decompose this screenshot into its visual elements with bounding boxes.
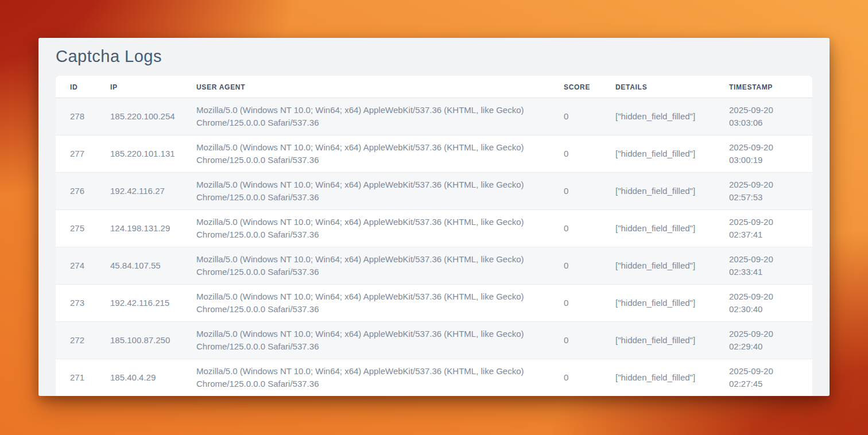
cell-id: 275 xyxy=(56,210,96,247)
table-row: 272185.100.87.250Mozilla/5.0 (Windows NT… xyxy=(56,322,812,359)
cell-user-agent: Mozilla/5.0 (Windows NT 10.0; Win64; x64… xyxy=(182,135,549,173)
cell-id: 276 xyxy=(56,173,96,210)
logs-table: ID IP USER AGENT SCORE DETAILS TIMESTAMP… xyxy=(56,76,812,396)
cell-details: ["hidden_field_filled"] xyxy=(601,210,715,247)
cell-user-agent: Mozilla/5.0 (Windows NT 10.0; Win64; x64… xyxy=(182,173,549,210)
table-row: 273192.42.116.215Mozilla/5.0 (Windows NT… xyxy=(56,285,812,322)
cell-id: 273 xyxy=(56,285,96,322)
cell-details: ["hidden_field_filled"] xyxy=(601,285,715,322)
cell-timestamp: 2025-09-20 02:29:40 xyxy=(715,322,812,359)
cell-ip: 185.40.4.29 xyxy=(96,359,182,396)
cell-timestamp: 2025-09-20 02:57:53 xyxy=(715,173,812,210)
cell-timestamp: 2025-09-20 03:00:19 xyxy=(715,135,812,173)
cell-ip: 45.84.107.55 xyxy=(96,247,182,285)
column-header-details: DETAILS xyxy=(601,76,715,98)
cell-score: 0 xyxy=(549,210,601,247)
column-header-timestamp: TIMESTAMP xyxy=(715,76,812,98)
cell-score: 0 xyxy=(549,322,601,359)
cell-details: ["hidden_field_filled"] xyxy=(601,247,715,285)
cell-user-agent: Mozilla/5.0 (Windows NT 10.0; Win64; x64… xyxy=(182,359,549,396)
table-row: 277185.220.101.131Mozilla/5.0 (Windows N… xyxy=(56,135,812,173)
cell-score: 0 xyxy=(549,173,601,210)
table-row: 271185.40.4.29Mozilla/5.0 (Windows NT 10… xyxy=(56,359,812,396)
cell-id: 278 xyxy=(56,98,96,135)
cell-ip: 185.220.101.131 xyxy=(96,135,182,173)
cell-score: 0 xyxy=(549,247,601,285)
logs-table-container: ID IP USER AGENT SCORE DETAILS TIMESTAMP… xyxy=(56,76,812,396)
column-header-score: SCORE xyxy=(549,76,601,98)
column-header-id: ID xyxy=(56,76,96,98)
cell-timestamp: 2025-09-20 02:30:40 xyxy=(715,285,812,322)
captcha-logs-card: Captcha Logs ID IP USER AGENT SCORE DETA… xyxy=(38,38,830,396)
cell-score: 0 xyxy=(549,98,601,135)
column-header-user-agent: USER AGENT xyxy=(182,76,549,98)
cell-details: ["hidden_field_filled"] xyxy=(601,359,715,396)
cell-ip: 192.42.116.215 xyxy=(96,285,182,322)
cell-timestamp: 2025-09-20 02:33:41 xyxy=(715,247,812,285)
cell-id: 272 xyxy=(56,322,96,359)
table-row: 278185.220.100.254Mozilla/5.0 (Windows N… xyxy=(56,98,812,135)
cell-ip: 185.220.100.254 xyxy=(96,98,182,135)
cell-ip: 124.198.131.29 xyxy=(96,210,182,247)
column-header-ip: IP xyxy=(96,76,182,98)
cell-score: 0 xyxy=(549,135,601,173)
cell-id: 277 xyxy=(56,135,96,173)
table-header-row: ID IP USER AGENT SCORE DETAILS TIMESTAMP xyxy=(56,76,812,98)
cell-details: ["hidden_field_filled"] xyxy=(601,135,715,173)
cell-ip: 192.42.116.27 xyxy=(96,173,182,210)
cell-id: 274 xyxy=(56,247,96,285)
table-row: 275124.198.131.29Mozilla/5.0 (Windows NT… xyxy=(56,210,812,247)
cell-score: 0 xyxy=(549,359,601,396)
cell-user-agent: Mozilla/5.0 (Windows NT 10.0; Win64; x64… xyxy=(182,210,549,247)
cell-id: 271 xyxy=(56,359,96,396)
cell-details: ["hidden_field_filled"] xyxy=(601,98,715,135)
page-title: Captcha Logs xyxy=(56,47,812,66)
cell-user-agent: Mozilla/5.0 (Windows NT 10.0; Win64; x64… xyxy=(182,285,549,322)
cell-user-agent: Mozilla/5.0 (Windows NT 10.0; Win64; x64… xyxy=(182,247,549,285)
table-row: 276192.42.116.27Mozilla/5.0 (Windows NT … xyxy=(56,173,812,210)
cell-user-agent: Mozilla/5.0 (Windows NT 10.0; Win64; x64… xyxy=(182,98,549,135)
cell-timestamp: 2025-09-20 02:37:41 xyxy=(715,210,812,247)
cell-details: ["hidden_field_filled"] xyxy=(601,322,715,359)
table-row: 27445.84.107.55Mozilla/5.0 (Windows NT 1… xyxy=(56,247,812,285)
cell-timestamp: 2025-09-20 02:27:45 xyxy=(715,359,812,396)
cell-timestamp: 2025-09-20 03:03:06 xyxy=(715,98,812,135)
cell-user-agent: Mozilla/5.0 (Windows NT 10.0; Win64; x64… xyxy=(182,322,549,359)
cell-ip: 185.100.87.250 xyxy=(96,322,182,359)
cell-details: ["hidden_field_filled"] xyxy=(601,173,715,210)
cell-score: 0 xyxy=(549,285,601,322)
